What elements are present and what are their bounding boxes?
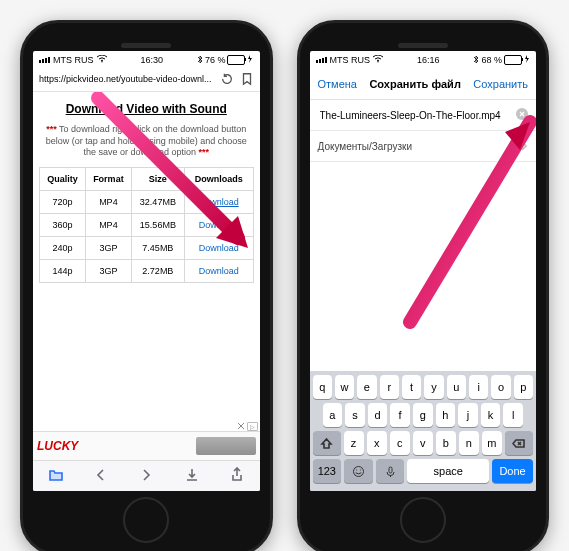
key-z[interactable]: z: [344, 431, 364, 455]
address-bar[interactable]: https://pickvideo.net/youtube-video-down…: [33, 69, 260, 92]
carrier-label: MTS RUS: [53, 55, 94, 65]
phone-right: MTS RUS 16:16 68 % Отмена Сохранить файл…: [297, 20, 550, 551]
key-emoji[interactable]: [344, 459, 373, 483]
ad-image: [196, 437, 256, 455]
download-link[interactable]: Download: [199, 266, 239, 276]
svg-rect-4: [389, 467, 392, 473]
home-button[interactable]: [400, 497, 446, 543]
table-row: 720pMP432.47MBDownload: [40, 191, 254, 214]
charging-icon: [524, 55, 530, 65]
download-link[interactable]: Download: [199, 243, 239, 253]
key-backspace[interactable]: [505, 431, 533, 455]
reload-icon[interactable]: [220, 72, 234, 86]
key-n[interactable]: n: [459, 431, 479, 455]
keyboard-row-2: a s d f g h j k l: [313, 403, 534, 427]
ad-banner[interactable]: ▷ LUCKY: [33, 431, 260, 460]
key-y[interactable]: y: [424, 375, 443, 399]
key-i[interactable]: i: [469, 375, 488, 399]
key-g[interactable]: g: [413, 403, 433, 427]
status-bar: MTS RUS 16:16 68 %: [310, 51, 537, 69]
key-p[interactable]: p: [514, 375, 533, 399]
ad-brand-text: LUCKY: [37, 439, 78, 453]
svg-point-3: [353, 466, 363, 476]
phone-speaker: [121, 43, 171, 48]
wifi-icon: [97, 55, 107, 65]
key-done[interactable]: Done: [492, 459, 533, 483]
charging-icon: [247, 55, 253, 65]
key-o[interactable]: o: [491, 375, 510, 399]
svg-point-0: [101, 61, 102, 62]
download-table: Quality Format Size Downloads 720pMP432.…: [39, 167, 254, 283]
col-size: Size: [131, 168, 184, 191]
home-button[interactable]: [123, 497, 169, 543]
col-quality: Quality: [40, 168, 86, 191]
dialog-title: Сохранить файл: [369, 78, 460, 90]
key-v[interactable]: v: [413, 431, 433, 455]
key-s[interactable]: s: [345, 403, 365, 427]
url-text: https://pickvideo.net/youtube-video-down…: [39, 74, 214, 84]
key-x[interactable]: x: [367, 431, 387, 455]
keyboard: q w e r t y u i o p a s d f g h j k l: [310, 371, 537, 491]
key-m[interactable]: m: [482, 431, 502, 455]
battery-icon: [227, 55, 245, 65]
signal-icon: [39, 57, 50, 63]
chevron-right-icon: [520, 141, 528, 151]
key-c[interactable]: c: [390, 431, 410, 455]
key-shift[interactable]: [313, 431, 341, 455]
download-link[interactable]: Download: [199, 197, 239, 207]
svg-point-1: [377, 61, 378, 62]
keyboard-row-4: 123 space Done: [313, 459, 534, 483]
save-dialog-nav: Отмена Сохранить файл Сохранить: [310, 69, 537, 100]
key-u[interactable]: u: [447, 375, 466, 399]
bluetooth-icon: [473, 55, 479, 66]
key-mic[interactable]: [376, 459, 405, 483]
key-a[interactable]: a: [323, 403, 343, 427]
key-d[interactable]: d: [368, 403, 388, 427]
save-button[interactable]: Сохранить: [473, 78, 528, 90]
filename-input[interactable]: [318, 109, 517, 122]
save-path-row[interactable]: Документы/Загрузки: [310, 131, 537, 162]
files-icon[interactable]: [48, 467, 64, 485]
table-row: 360pMP415.56MBDownload: [40, 214, 254, 237]
download-link[interactable]: Download: [199, 220, 239, 230]
ad-badge: ▷: [237, 422, 258, 431]
col-downloads: Downloads: [184, 168, 253, 191]
key-q[interactable]: q: [313, 375, 332, 399]
key-r[interactable]: r: [380, 375, 399, 399]
carrier-label: MTS RUS: [330, 55, 371, 65]
status-bar: MTS RUS 16:30 76 %: [33, 51, 260, 69]
instruction-text: *** To download right-click on the downl…: [39, 124, 254, 159]
page-content: Download Video with Sound *** To downloa…: [33, 92, 260, 460]
filename-field[interactable]: [310, 100, 537, 131]
key-h[interactable]: h: [436, 403, 456, 427]
back-icon[interactable]: [93, 467, 109, 485]
cancel-button[interactable]: Отмена: [318, 78, 357, 90]
table-row: 144p3GP2.72MBDownload: [40, 260, 254, 283]
forward-icon[interactable]: [138, 467, 154, 485]
share-icon[interactable]: [229, 467, 245, 485]
table-row: 240p3GP7.45MBDownload: [40, 237, 254, 260]
key-numbers[interactable]: 123: [313, 459, 342, 483]
download-icon[interactable]: [184, 467, 200, 485]
save-path-text: Документы/Загрузки: [318, 141, 413, 152]
key-l[interactable]: l: [503, 403, 523, 427]
key-f[interactable]: f: [390, 403, 410, 427]
clock-label: 16:30: [140, 55, 163, 65]
key-j[interactable]: j: [458, 403, 478, 427]
screen-right: MTS RUS 16:16 68 % Отмена Сохранить файл…: [310, 51, 537, 491]
key-t[interactable]: t: [402, 375, 421, 399]
browser-toolbar: [33, 460, 260, 491]
page-title: Download Video with Sound: [39, 102, 254, 116]
key-w[interactable]: w: [335, 375, 354, 399]
battery-text: 68 %: [481, 55, 502, 65]
clear-icon[interactable]: [516, 108, 528, 122]
key-space[interactable]: space: [407, 459, 489, 483]
key-b[interactable]: b: [436, 431, 456, 455]
bookmark-icon[interactable]: [240, 72, 254, 86]
dialog-blank-area: [310, 162, 537, 371]
screen-left: MTS RUS 16:30 76 % https://pickvideo.net…: [33, 51, 260, 491]
clock-label: 16:16: [417, 55, 440, 65]
key-k[interactable]: k: [481, 403, 501, 427]
battery-text: 76 %: [205, 55, 226, 65]
key-e[interactable]: e: [357, 375, 376, 399]
